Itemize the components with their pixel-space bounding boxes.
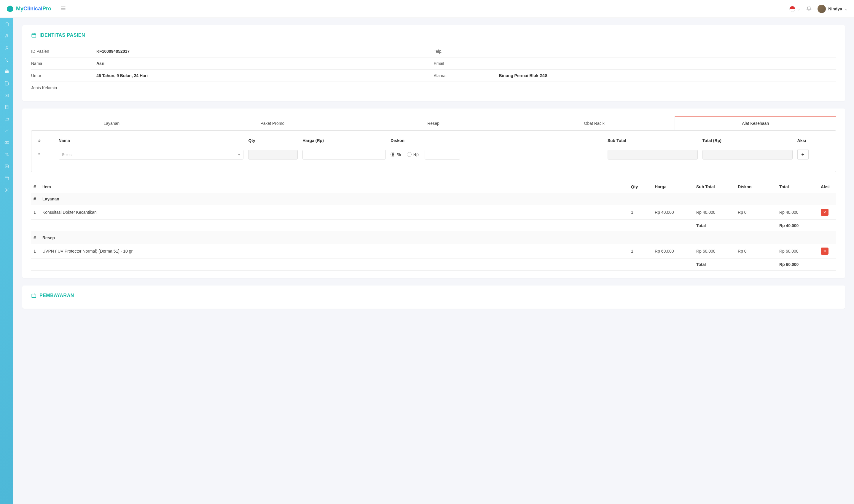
- sidebar-clipboard-icon[interactable]: [0, 104, 13, 110]
- notifications-icon[interactable]: [806, 6, 812, 12]
- subtotal-input[interactable]: [608, 150, 698, 160]
- patient-info-grid: ID Pasien KF100094052017 Telp. Nama Asri…: [31, 46, 836, 94]
- radio-rp[interactable]: Rp: [407, 152, 419, 157]
- diskon-input[interactable]: [425, 150, 460, 160]
- language-selector[interactable]: ⌄: [789, 6, 800, 12]
- label-patient-id: ID Pasien: [31, 49, 96, 54]
- sidebar-gear-icon[interactable]: [0, 187, 13, 193]
- svg-point-4: [6, 46, 7, 48]
- sidebar-calendar-icon[interactable]: [0, 175, 13, 181]
- harga-input[interactable]: [302, 150, 386, 160]
- patient-card-header: IDENTITAS PASIEN: [31, 33, 836, 38]
- svg-rect-18: [32, 34, 36, 37]
- section-header-row: #Resep: [31, 232, 836, 244]
- svg-point-12: [6, 153, 7, 154]
- topbar: MyClinicalPro ⌄ Nindya ⌄: [0, 0, 854, 18]
- row-harga: Rp 40.000: [652, 205, 694, 220]
- row-item: Konsultasi Dokter Kecantikan: [40, 205, 629, 220]
- section-total-row: TotalRp 40.000: [31, 220, 836, 232]
- sidebar-users-icon[interactable]: [0, 33, 13, 39]
- tab-paket-promo[interactable]: Paket Promo: [192, 116, 353, 130]
- col-qty: Qty: [246, 135, 300, 146]
- calendar-icon: [31, 33, 36, 38]
- sidebar-file-icon[interactable]: [0, 80, 13, 87]
- sum-col-aksi: Aksi: [818, 181, 836, 193]
- row-total: Rp 60.000: [777, 244, 818, 258]
- section-total-label: Total: [694, 220, 735, 232]
- entry-table: # Nama Qty Harga (Rp) Diskon Sub Total T…: [36, 135, 832, 163]
- sidebar-medkit-icon[interactable]: [0, 92, 13, 98]
- radio-percent[interactable]: %: [391, 152, 401, 157]
- value-address: Binong Permai Blok G18: [499, 73, 547, 78]
- radio-circle-icon: [391, 152, 395, 157]
- percent-label: %: [397, 152, 401, 157]
- avatar: [818, 5, 826, 13]
- svg-point-11: [6, 142, 7, 143]
- radio-circle-icon: [407, 152, 412, 157]
- sidebar: [0, 18, 13, 323]
- sidebar-money-icon[interactable]: [0, 139, 13, 146]
- sidebar-group-icon[interactable]: [0, 151, 13, 158]
- patient-identity-card: IDENTITAS PASIEN ID Pasien KF10009405201…: [22, 25, 845, 101]
- svg-rect-10: [5, 142, 8, 144]
- diskon-type-group: % Rp: [391, 150, 603, 160]
- col-total: Total (Rp): [700, 135, 795, 146]
- svg-rect-5: [5, 71, 8, 73]
- sidebar-person-icon[interactable]: [0, 44, 13, 51]
- sum-col-harga: Harga: [652, 181, 694, 193]
- svg-point-3: [6, 34, 7, 36]
- item-select[interactable]: Select ▾: [59, 150, 244, 160]
- logo[interactable]: MyClinicalPro: [6, 5, 51, 13]
- svg-rect-22: [32, 294, 36, 298]
- payment-card: PEMBAYARAN: [22, 286, 845, 309]
- chevron-down-icon: ⌄: [844, 6, 848, 11]
- calendar-icon: [31, 293, 36, 298]
- logo-text-pro: Pro: [42, 6, 51, 12]
- section-title: Layanan: [40, 193, 836, 205]
- tab-resep[interactable]: Resep: [353, 116, 514, 130]
- delete-row-button[interactable]: ✕: [821, 248, 829, 255]
- sidebar-stethoscope-icon[interactable]: [0, 56, 13, 63]
- sum-col-qty: Qty: [629, 181, 652, 193]
- table-row: 1UVPN ( UV Protector Normal) (Derma 51) …: [31, 244, 836, 258]
- items-card: Layanan Paket Promo Resep Obat Racik Ala…: [22, 108, 845, 278]
- col-diskon: Diskon: [388, 135, 605, 146]
- section-total-value: Rp 60.000: [777, 258, 818, 271]
- item-tabs: Layanan Paket Promo Resep Obat Racik Ala…: [31, 116, 836, 130]
- sidebar-folder-icon[interactable]: [0, 115, 13, 122]
- row-subtotal: Rp 60.000: [694, 244, 735, 258]
- tab-layanan[interactable]: Layanan: [31, 116, 192, 130]
- svg-point-17: [6, 190, 7, 191]
- value-age: 46 Tahun, 9 Bulan, 24 Hari: [96, 73, 148, 78]
- sum-col-subtotal: Sub Total: [694, 181, 735, 193]
- col-subtotal: Sub Total: [605, 135, 700, 146]
- user-menu[interactable]: Nindya ⌄: [818, 5, 848, 13]
- sum-col-item: Item: [40, 181, 629, 193]
- section-header-row: #Layanan: [31, 193, 836, 205]
- section-total-row: TotalRp 60.000: [31, 258, 836, 271]
- svg-rect-15: [5, 177, 8, 180]
- svg-point-13: [7, 154, 8, 155]
- section-total-value: Rp 40.000: [777, 220, 818, 232]
- row-harga: Rp 60.000: [652, 244, 694, 258]
- payment-card-title: PEMBAYARAN: [39, 293, 74, 298]
- menu-toggle-icon[interactable]: [60, 5, 66, 12]
- sum-col-diskon: Diskon: [735, 181, 777, 193]
- sidebar-chart-icon[interactable]: [0, 127, 13, 134]
- label-age: Umur: [31, 73, 96, 78]
- section-num: #: [31, 232, 40, 244]
- delete-row-button[interactable]: ✕: [821, 209, 829, 216]
- section-total-label: Total: [694, 258, 735, 271]
- row-item: UVPN ( UV Protector Normal) (Derma 51) -…: [40, 244, 629, 258]
- sidebar-home-icon[interactable]: [0, 21, 13, 27]
- total-input[interactable]: [702, 150, 793, 160]
- entry-form: # Nama Qty Harga (Rp) Diskon Sub Total T…: [31, 130, 836, 172]
- col-harga: Harga (Rp): [300, 135, 388, 146]
- qty-input[interactable]: [248, 150, 298, 160]
- chevron-down-icon: ⌄: [797, 6, 800, 11]
- sidebar-plus-icon[interactable]: [0, 163, 13, 169]
- add-item-button[interactable]: +: [797, 149, 808, 160]
- sidebar-briefcase-icon[interactable]: [0, 68, 13, 75]
- tab-obat-racik[interactable]: Obat Racik: [514, 116, 675, 130]
- tab-alat-kesehatan[interactable]: Alat Kesehaan: [675, 116, 836, 130]
